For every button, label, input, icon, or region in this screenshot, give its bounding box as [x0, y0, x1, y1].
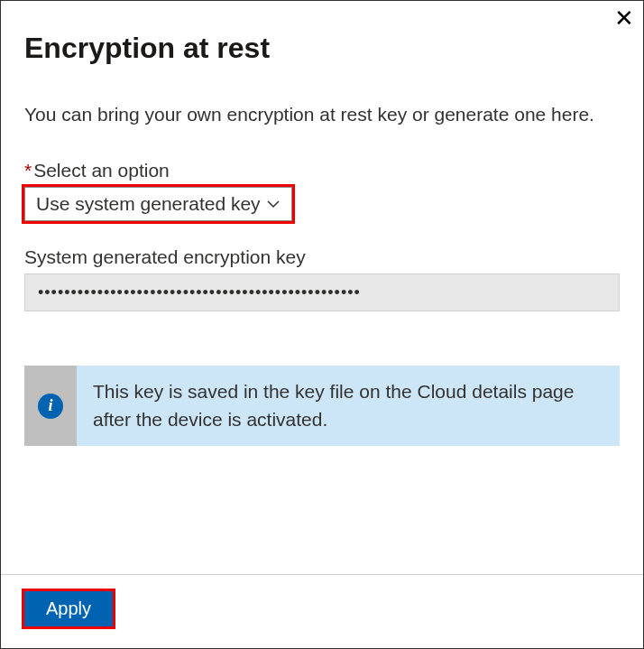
- page-title: Encryption at rest: [24, 32, 620, 65]
- info-icon-wrap: i: [24, 366, 77, 446]
- chevron-down-icon: [266, 197, 281, 211]
- dropdown-selected-value: Use system generated key: [36, 193, 261, 215]
- option-label-text: Select an option: [33, 160, 170, 181]
- info-text: This key is saved in the key file on the…: [77, 366, 620, 446]
- close-icon[interactable]: ✕: [614, 6, 634, 30]
- required-marker: *: [24, 160, 32, 181]
- info-banner: i This key is saved in the key file on t…: [24, 366, 620, 446]
- apply-button[interactable]: Apply: [24, 591, 113, 626]
- panel-footer: Apply: [1, 574, 643, 648]
- encryption-at-rest-panel: ✕ Encryption at rest You can bring your …: [0, 0, 644, 649]
- description-text: You can bring your own encryption at res…: [24, 101, 620, 127]
- option-field-label: *Select an option: [24, 160, 620, 181]
- generated-key-value: ••••••••••••••••••••••••••••••••••••••••…: [24, 274, 620, 311]
- masked-key-text: ••••••••••••••••••••••••••••••••••••••••…: [38, 283, 361, 302]
- info-icon: i: [38, 394, 63, 419]
- select-option-dropdown[interactable]: Use system generated key: [24, 187, 292, 221]
- generated-key-label: System generated encryption key: [24, 246, 620, 268]
- panel-content: Encryption at rest You can bring your ow…: [1, 1, 643, 574]
